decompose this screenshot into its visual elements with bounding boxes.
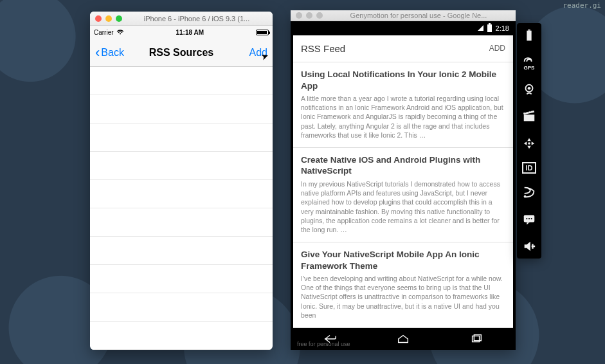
feed-item-desc: A little more than a year ago I wrote a … bbox=[301, 94, 505, 140]
feed-item[interactable]: Give Your NativeScript Mobile App An Ion… bbox=[293, 242, 513, 328]
ios-simulator-window: iPhone 6 - iPhone 6 / iOS 9.3 (1... Carr… bbox=[90, 12, 273, 350]
android-nav-bar: free for personal use bbox=[293, 328, 513, 350]
feed-list[interactable]: Using Local Notifications In Your Ionic … bbox=[293, 62, 513, 328]
genymotion-window: Genymotion for personal use - Google Ne.… bbox=[291, 10, 516, 350]
ios-window-title: iPhone 6 - iPhone 6 / iOS 9.3 (1... bbox=[126, 15, 267, 23]
zoom-icon[interactable] bbox=[116, 15, 122, 22]
android-back-button[interactable] bbox=[323, 334, 337, 344]
ios-window-titlebar[interactable]: iPhone 6 - iPhone 6 / iOS 9.3 (1... bbox=[90, 12, 273, 26]
feed-item-title: Create Native iOS and Android Plugins wi… bbox=[301, 154, 505, 177]
feed-item-title: Give Your NativeScript Mobile App An Ion… bbox=[301, 249, 505, 271]
zoom-icon[interactable] bbox=[316, 12, 323, 19]
close-icon[interactable] bbox=[95, 15, 102, 22]
battery-tool-icon[interactable] bbox=[521, 27, 537, 44]
svg-rect-3 bbox=[528, 30, 530, 31]
battery-icon bbox=[487, 24, 492, 32]
svg-point-10 bbox=[526, 218, 527, 219]
add-button[interactable]: ADD bbox=[489, 44, 505, 53]
svg-rect-2 bbox=[527, 31, 531, 41]
chevron-left-icon: ‹ bbox=[95, 46, 100, 60]
feed-item[interactable]: Using Local Notifications In Your Ionic … bbox=[293, 62, 513, 148]
back-label: Back bbox=[101, 47, 124, 59]
wifi-icon bbox=[116, 29, 124, 36]
traffic-lights bbox=[95, 15, 122, 22]
svg-point-5 bbox=[528, 87, 531, 90]
back-button[interactable]: ‹ Back bbox=[95, 46, 124, 60]
add-button[interactable]: Add ➤ bbox=[249, 47, 267, 59]
android-status-bar[interactable]: 2:18 bbox=[293, 21, 513, 35]
rss-sources-list[interactable] bbox=[90, 67, 273, 350]
ios-time: 11:18 AM bbox=[176, 29, 204, 36]
svg-point-8 bbox=[524, 196, 527, 198]
svg-point-7 bbox=[528, 142, 530, 145]
feed-item-title: Using Local Notifications In Your Ionic … bbox=[301, 69, 505, 91]
minimize-icon[interactable] bbox=[306, 12, 312, 19]
ios-nav-bar: ‹ Back RSS Sources Add ➤ bbox=[90, 39, 273, 67]
ios-status-bar: Carrier 11:18 AM bbox=[90, 26, 273, 39]
network-tool-icon[interactable] bbox=[521, 184, 537, 201]
genymotion-window-title: Genymotion for personal use - Google Ne.… bbox=[327, 12, 510, 19]
minimize-icon[interactable] bbox=[105, 15, 112, 22]
android-recent-button[interactable] bbox=[469, 334, 483, 344]
list-row bbox=[90, 265, 273, 293]
svg-rect-6 bbox=[524, 114, 535, 121]
signal-icon bbox=[478, 25, 483, 31]
genymotion-titlebar[interactable]: Genymotion for personal use - Google Ne.… bbox=[291, 10, 516, 21]
camera-tool-icon[interactable] bbox=[521, 81, 537, 98]
list-row bbox=[90, 180, 273, 208]
add-label: Add bbox=[249, 47, 267, 58]
list-row bbox=[90, 208, 273, 237]
clapper-tool-icon[interactable] bbox=[521, 108, 537, 125]
volume-tool-icon[interactable] bbox=[521, 238, 537, 255]
carrier-label: Carrier bbox=[94, 29, 114, 36]
list-row bbox=[90, 67, 273, 95]
android-app-content: RSS Feed ADD Using Local Notifications I… bbox=[293, 35, 513, 328]
android-time: 2:18 bbox=[496, 24, 509, 32]
list-row bbox=[90, 152, 273, 180]
traffic-lights-inactive bbox=[296, 12, 323, 19]
genymotion-toolbar: GPS ID bbox=[517, 23, 541, 259]
list-row bbox=[90, 237, 273, 265]
feed-item[interactable]: Create Native iOS and Android Plugins wi… bbox=[293, 148, 513, 242]
battery-icon bbox=[256, 30, 269, 35]
gps-label: GPS bbox=[524, 65, 535, 71]
close-icon[interactable] bbox=[296, 12, 302, 19]
list-row bbox=[90, 123, 273, 152]
gps-tool-icon[interactable]: GPS bbox=[521, 54, 537, 71]
identifier-tool-icon[interactable]: ID bbox=[522, 162, 536, 174]
remote-tool-icon[interactable] bbox=[521, 135, 537, 152]
svg-point-12 bbox=[531, 218, 532, 219]
android-screen: 2:18 RSS Feed ADD Using Local Notificati… bbox=[291, 21, 516, 350]
list-row bbox=[90, 293, 273, 322]
watermark-text: reader.gi bbox=[563, 1, 601, 10]
app-header-title: RSS Feed bbox=[301, 43, 345, 54]
android-home-button[interactable] bbox=[396, 334, 410, 344]
list-row bbox=[90, 322, 273, 350]
id-label: ID bbox=[526, 164, 533, 172]
svg-point-11 bbox=[528, 218, 530, 219]
app-header: RSS Feed ADD bbox=[293, 35, 513, 62]
list-row bbox=[90, 95, 273, 123]
sms-tool-icon[interactable] bbox=[521, 211, 537, 228]
feed-item-desc: I've been developing and writing about N… bbox=[301, 274, 505, 320]
feed-item-desc: In my previous NativeScript tutorials I … bbox=[301, 179, 505, 234]
